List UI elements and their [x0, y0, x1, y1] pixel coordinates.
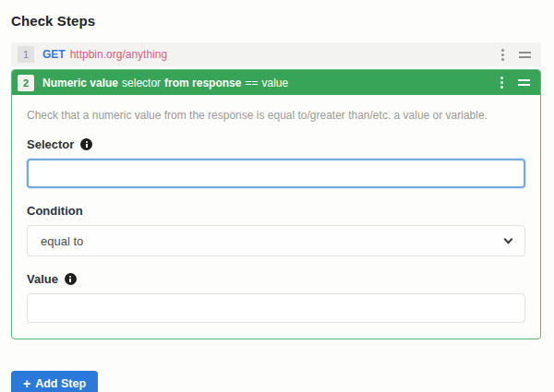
step-title-part: from response: [164, 77, 241, 89]
step-card-2: 2 Numeric value selector from response =…: [11, 69, 541, 339]
add-step-button[interactable]: + Add Step: [11, 371, 98, 392]
step-card-2-header[interactable]: 2 Numeric value selector from response =…: [12, 70, 540, 95]
selector-label-row: Selector: [27, 137, 525, 151]
step-number-badge: 1: [18, 46, 34, 63]
step-row-actions: [499, 75, 532, 90]
step-row-1[interactable]: 1 GET httpbin.org/anything: [11, 42, 541, 66]
plus-icon: +: [23, 379, 30, 388]
page-title: Check Steps: [11, 13, 541, 29]
add-step-label: Add Step: [35, 377, 86, 390]
chevron-down-icon: [504, 235, 513, 244]
selector-field-group: Selector: [27, 137, 525, 188]
step-row-actions: [500, 47, 533, 63]
selector-label: Selector: [27, 137, 74, 151]
step-description: Check that a numeric value from the resp…: [27, 109, 525, 122]
kebab-menu-icon[interactable]: [499, 75, 505, 90]
step-title-part: Numeric value: [42, 77, 118, 89]
drag-handle-icon[interactable]: [517, 50, 533, 60]
http-method-label: GET: [42, 48, 66, 61]
condition-label-row: Condition: [27, 204, 525, 218]
info-icon[interactable]: [80, 138, 92, 150]
step-title-part: selector: [122, 77, 161, 89]
step-card-2-body: Check that a numeric value from the resp…: [12, 95, 540, 339]
kebab-menu-icon[interactable]: [500, 47, 506, 63]
value-input[interactable]: [27, 293, 525, 323]
request-url-label: httpbin.org/anything: [70, 48, 167, 61]
equality-operator: ==: [245, 77, 258, 89]
condition-field-group: Condition equal to: [27, 204, 525, 256]
value-label: Value: [27, 272, 58, 286]
condition-selected-value: equal to: [41, 234, 83, 248]
step-title-part: value: [261, 77, 288, 89]
condition-select[interactable]: equal to: [27, 225, 525, 256]
step-number-badge: 2: [18, 75, 34, 91]
step-title: Numeric value selector from response == …: [42, 77, 288, 89]
info-icon[interactable]: [65, 273, 77, 285]
value-field-group: Value: [27, 272, 525, 323]
condition-label: Condition: [27, 204, 83, 218]
selector-input[interactable]: [27, 159, 525, 188]
drag-handle-icon[interactable]: [516, 77, 532, 88]
check-steps-panel: Check Steps 1 GET httpbin.org/anything 2…: [0, 0, 554, 392]
value-label-row: Value: [27, 272, 525, 286]
